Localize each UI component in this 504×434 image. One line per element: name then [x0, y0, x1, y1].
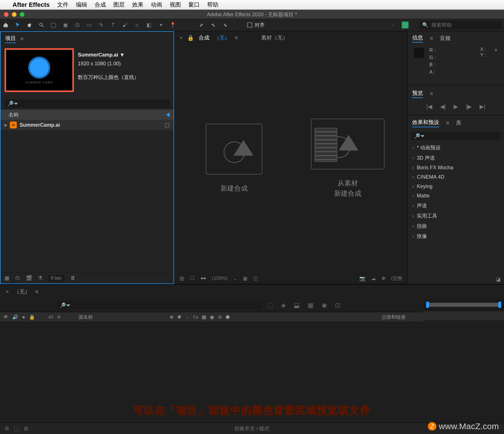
pen-tool-icon[interactable]: ✎ — [98, 22, 105, 28]
footer-icon-1[interactable]: ⧉ — [5, 425, 9, 431]
tab-preview[interactable]: 预览 — [412, 89, 423, 98]
interpret-footage-icon[interactable]: ▦ — [5, 275, 9, 281]
axis-tool-icon[interactable]: ⬈ — [198, 22, 205, 28]
camera-icon[interactable]: 📷 — [359, 276, 365, 281]
eye-icon[interactable]: 👁 — [3, 314, 8, 320]
panel-menu-icon[interactable]: ≡ — [235, 35, 238, 41]
colorwheel-icon[interactable]: ❋ — [382, 276, 386, 281]
fx-category[interactable]: Matte — [408, 191, 504, 201]
source-name-col[interactable]: 源名称 — [78, 314, 93, 320]
menu-effect[interactable]: 效果 — [132, 1, 143, 9]
fx-category[interactable]: 声道 — [408, 201, 504, 211]
tab-project[interactable]: 项目 — [5, 35, 16, 43]
hand-tool-icon[interactable] — [26, 22, 33, 28]
workspace-icon[interactable]: ⊞ — [402, 22, 409, 28]
fx-category[interactable]: CINEMA 4D — [408, 172, 504, 182]
res-icon[interactable]: ▥ — [180, 276, 184, 281]
app-name[interactable]: After Effects — [13, 1, 50, 9]
effects-list[interactable]: * 动画预设 3D 声道 Boris FX Mocha CINEMA 4D Ke… — [408, 143, 504, 274]
panel-menu-icon[interactable]: ≡ — [430, 91, 433, 97]
tab-info[interactable]: 信息 — [412, 34, 423, 43]
project-search[interactable]: 🔎⏷ — [5, 99, 170, 108]
first-frame-icon[interactable]: |◀ — [426, 103, 432, 110]
tl-tool-4-icon[interactable]: ▦ — [308, 302, 314, 309]
asset-thumbnail[interactable]: SUMMER CAMP — [7, 50, 72, 90]
new-comp-icon[interactable]: 🎬 — [26, 275, 32, 281]
panel-menu-icon[interactable]: ≡ — [35, 289, 38, 295]
label-icon[interactable]: 🏷 — [49, 314, 53, 320]
menu-edit[interactable]: 编辑 — [76, 1, 87, 9]
fx-category[interactable]: 抠像 — [408, 231, 504, 241]
parent-link-col[interactable]: 父级和链接 — [382, 314, 406, 320]
tl-tool-1-icon[interactable]: ⬚ — [267, 302, 273, 309]
solo-icon[interactable]: ● — [22, 314, 25, 320]
next-frame-icon[interactable]: |▶ — [466, 103, 472, 110]
menu-window[interactable]: 窗口 — [188, 1, 200, 9]
menu-help[interactable]: 帮助 — [207, 1, 218, 9]
fx-category[interactable]: Boris FX Mocha — [408, 163, 504, 172]
panel-menu-icon[interactable]: ≡ — [446, 120, 449, 126]
panel-menu-icon[interactable]: ≡ — [20, 36, 24, 42]
bpc-button[interactable]: 8 bpc — [48, 275, 65, 281]
puppet-tool-icon[interactable]: 📍 — [169, 22, 176, 28]
new-comp-from-footage-card[interactable]: 从素材新建合成 — [299, 118, 396, 199]
guide-icon[interactable]: ◫ — [253, 276, 258, 281]
tl-tool-6-icon[interactable]: ⊡ — [335, 302, 340, 309]
axis-local-icon[interactable]: ⬉ — [210, 22, 216, 28]
orbit-tool-icon[interactable]: ◯ — [50, 22, 57, 28]
tl-tool-2-icon[interactable]: ◈ — [281, 302, 286, 309]
brush-tool-icon[interactable]: 🖌 — [122, 22, 128, 28]
monitor-icon[interactable]: 🖵 — [190, 276, 195, 281]
close-tab-icon[interactable]: × — [6, 289, 9, 295]
footer-icon-3[interactable]: ⊞ — [24, 425, 28, 432]
tl-tool-5-icon[interactable]: ◉ — [322, 302, 327, 309]
new-comp-card[interactable]: 新建合成 — [186, 124, 282, 193]
zoom-tool-icon[interactable] — [38, 22, 45, 28]
fx-category[interactable]: 3D 声道 — [408, 153, 504, 163]
effects-search[interactable]: 🔎⏷ — [411, 132, 501, 140]
tab-audio[interactable]: 音频 — [440, 35, 451, 42]
panel-resize-icon[interactable]: ◪ — [496, 276, 501, 282]
menu-view[interactable]: 视图 — [170, 1, 181, 9]
footage-tab[interactable]: 素材（无） — [261, 34, 288, 41]
menu-composition[interactable]: 合成 — [95, 1, 106, 9]
autokey-icon[interactable]: ⟋ — [390, 22, 397, 28]
roto-tool-icon[interactable]: ✦ — [157, 22, 164, 28]
tab-effects-presets[interactable]: 效果和预设 — [412, 119, 439, 127]
tab-library[interactable]: 库 — [456, 119, 461, 127]
tl-tool-3-icon[interactable]: ⬓ — [294, 302, 300, 309]
new-folder-icon[interactable]: 🗀 — [15, 275, 20, 281]
comp-tab-label[interactable]: 合成 — [199, 34, 209, 41]
flowchart-icon[interactable]: ⬚ — [165, 122, 170, 128]
menu-layer[interactable]: 图层 — [113, 1, 125, 9]
menu-file[interactable]: 文件 — [57, 1, 68, 9]
lock-icon[interactable]: 🔒 — [29, 314, 35, 320]
asset-name[interactable]: SummerCamp.ai ▼ — [78, 51, 139, 59]
snap-toggle[interactable]: 对齐 — [247, 22, 265, 28]
time-ruler[interactable] — [423, 299, 504, 311]
type-tool-icon[interactable]: T — [110, 22, 116, 28]
resolution-label[interactable]: (完整 — [391, 275, 403, 282]
adjust-icon[interactable]: ⚗ — [38, 275, 42, 281]
prev-frame-icon[interactable]: ◀| — [440, 103, 446, 110]
fx-category[interactable]: Keying — [408, 182, 504, 191]
footer-icon-2[interactable]: ⬚ — [14, 425, 19, 432]
menu-animation[interactable]: 动画 — [151, 1, 162, 9]
cloud-icon[interactable]: ☁ — [371, 276, 376, 281]
timeline-search[interactable]: 🔎⏷ — [57, 301, 261, 310]
panel-menu-icon[interactable]: ≡ — [430, 35, 433, 41]
fx-category[interactable]: 扭曲 — [408, 221, 504, 231]
selection-tool-icon[interactable] — [14, 22, 21, 28]
axis-view-icon[interactable]: ⬊ — [222, 22, 228, 28]
eraser-tool-icon[interactable]: ◧ — [145, 22, 152, 28]
zoom-readout[interactable]: (100%) — [212, 276, 228, 281]
trash-icon[interactable]: 🗑 — [70, 275, 76, 281]
last-frame-icon[interactable]: ▶| — [480, 103, 485, 110]
switches-icons[interactable]: ⊕ ✱ ⟍ fx ▦ ◉ ⊘ ⬢ — [170, 314, 231, 320]
grid-icon[interactable]: ▦ — [243, 276, 247, 281]
project-column-header[interactable]: 名称 — [1, 110, 174, 120]
lock-icon[interactable]: 🔒 — [187, 35, 194, 41]
clone-tool-icon[interactable]: ⎌ — [134, 22, 140, 28]
dropdown-icon[interactable]: ⌄ — [233, 276, 237, 281]
fx-category[interactable]: * 动画预设 — [408, 143, 504, 153]
